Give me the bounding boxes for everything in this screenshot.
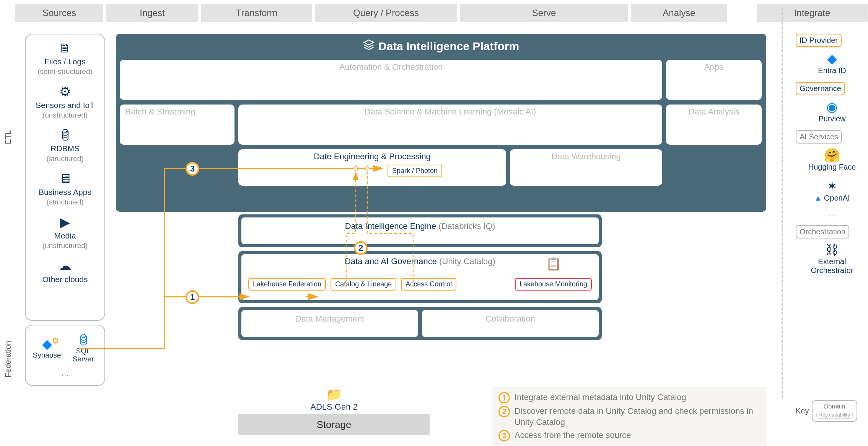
fed-sqlserver: 🛢 SQL Server — [67, 333, 100, 363]
legend-text-2: Discover remote data in Unity Catalog an… — [515, 406, 760, 428]
entra-label: Entra ID — [818, 66, 846, 75]
hf-label: Hugging Face — [808, 163, 856, 171]
fed-more: … — [58, 369, 72, 377]
huggingface-icon: 🤗 — [796, 147, 868, 163]
source-files-title: Files / Logs — [44, 57, 85, 66]
integ-hf: 🤗 Hugging Face — [796, 147, 868, 172]
integ-purview: ◉ Purview — [796, 99, 868, 123]
source-rdbms-sub: (structured) — [46, 155, 83, 163]
box-data-analysis: Data Analysis — [666, 105, 762, 145]
monitor-icon: 🖥 — [28, 171, 103, 186]
legend-text-1: Integrate external metadata into Unity C… — [515, 392, 686, 403]
mgmt-flex: Data Management Collaboration — [241, 310, 599, 337]
header-serve: Serve — [460, 4, 628, 22]
source-apps-title: Business Apps — [39, 188, 91, 196]
vertical-divider — [782, 8, 783, 398]
engine-inner: Data Intelligence Engine (Databricks IQ) — [241, 217, 599, 244]
legend-num-1: 1 — [498, 392, 510, 404]
box-apps: Apps — [666, 60, 762, 100]
engine-row: Data Intelligence Engine (Databricks IQ) — [238, 214, 602, 247]
integrate-column: ID Provider ◆ Entra ID Governance ◉ Purv… — [796, 34, 868, 282]
diagram-root: Sources Ingest Transform Query / Process… — [4, 4, 868, 446]
play-icon: ▶ — [28, 214, 103, 230]
key-domain-text: Domain — [824, 403, 845, 410]
synapse-icon: ◆ — [31, 337, 64, 351]
engine-sub: (Databricks IQ) — [438, 221, 495, 231]
key-capability: Key capability — [816, 411, 852, 419]
chip-catalog-lineage: Catalog & Lineage — [331, 278, 396, 291]
ext-orch-label: External Orchestrator — [811, 257, 853, 274]
legend-text-3: Access from the remote source — [515, 430, 631, 441]
chip-id-provider: ID Provider — [796, 34, 842, 47]
key-label: Key — [796, 407, 809, 415]
mid-stack: Data Intelligence Engine (Databricks IQ)… — [238, 214, 602, 344]
source-rdbms: 🛢 RDBMS (structured) — [28, 127, 103, 163]
purview-icon: ◉ — [796, 99, 868, 114]
source-apps: 🖥 Business Apps (structured) — [28, 171, 103, 207]
box-data-warehousing: Data Warehousing — [510, 149, 662, 186]
platform-title: Data Intelligence Platform — [378, 40, 519, 53]
source-rdbms-title: RDBMS — [50, 144, 80, 153]
fed-sql-label: SQL Server — [73, 347, 94, 363]
platform-title-row: Data Intelligence Platform — [116, 34, 766, 59]
source-files: 🗎 Files / Logs (semi-structured) — [28, 40, 103, 76]
report-icon: 📋 — [546, 256, 561, 271]
source-clouds-title: Other clouds — [42, 275, 88, 284]
federation-box: ◆ Synapse 🛢 SQL Server … — [25, 325, 105, 386]
cloud-icon: ☁ — [28, 258, 103, 274]
gov-title-row: Data and AI Governance (Unity Catalog) — [241, 256, 599, 266]
source-media-title: Media — [54, 231, 76, 240]
key-box: Key Domain Key capability — [796, 400, 868, 422]
chip-governance: Governance — [796, 82, 845, 95]
flow-badge-3: 3 — [186, 162, 199, 176]
header-query: Query / Process — [315, 4, 457, 22]
box-collaboration: Collaboration — [422, 310, 599, 337]
orchestrator-icon: ⛓ — [796, 242, 868, 257]
gov-chips: Lakehouse Federation Catalog & Lineage A… — [248, 278, 456, 291]
de-title: Date Engineering & Processing — [314, 152, 431, 162]
rail-federation: Federation — [4, 341, 13, 377]
legend-num-2: 2 — [498, 406, 510, 417]
layers-icon — [363, 39, 375, 53]
source-clouds: ☁ Other clouds — [28, 258, 103, 284]
legend-2: 2 Discover remote data in Unity Catalog … — [498, 406, 760, 428]
header-analyse: Analyse — [631, 4, 727, 22]
gov-sub: (Unity Catalog) — [439, 256, 495, 266]
header-ingest: Ingest — [106, 4, 198, 22]
engine-title: Data Intelligence Engine — [345, 221, 436, 231]
legend-num-3: 3 — [498, 430, 510, 441]
legend-3: 3 Access from the remote source — [498, 430, 760, 441]
fed-synapse-label: Synapse — [33, 351, 61, 359]
chip-lakehouse-federation: Lakehouse Federation — [248, 278, 326, 291]
flow-badge-1: 1 — [186, 290, 199, 304]
source-apps-sub: (structured) — [46, 198, 83, 206]
key-domain: Domain Key capability — [812, 400, 857, 422]
purview-label: Purview — [818, 114, 845, 123]
legend-box: 1 Integrate external metadata into Unity… — [492, 387, 767, 446]
box-data-engineering: Date Engineering & Processing Spark / Ph… — [238, 149, 506, 186]
chip-ai-services: AI Services — [796, 130, 842, 144]
flow-badge-2: 2 — [354, 241, 368, 255]
governance-inner: Data and AI Governance (Unity Catalog) 📋… — [241, 254, 599, 300]
sqlserver-icon: 🛢 — [67, 333, 100, 347]
fed-synapse: ◆ Synapse — [31, 337, 64, 359]
box-automation: Automation & Orchestration — [120, 60, 662, 100]
integ-openai: ✶ ▲ OpenAI — [796, 178, 868, 203]
source-files-sub: (semi-structured) — [37, 67, 93, 75]
rail-etl: ETL — [4, 130, 13, 144]
svg-marker-0 — [364, 40, 373, 45]
sources-box: 🗎 Files / Logs (semi-structured) ⚙ Senso… — [25, 34, 105, 321]
adls-icon: 📁 — [238, 387, 430, 402]
chip-lakehouse-monitoring: Lakehouse Monitoring — [515, 278, 592, 291]
integ-more: … — [796, 209, 868, 218]
mgmt-row: Data Management Collaboration — [238, 307, 602, 340]
entra-icon: ◆ — [796, 51, 868, 66]
header-transform: Transform — [201, 4, 312, 22]
column-headers: Sources Ingest Transform Query / Process… — [15, 4, 868, 22]
gov-title: Data and AI Governance — [345, 256, 437, 266]
chip-spark-photon: Spark / Photon — [388, 165, 442, 177]
box-batch-streaming: Batch & Streaming — [120, 105, 235, 145]
openai-label: OpenAI — [824, 194, 850, 202]
database-icon: 🛢 — [28, 127, 103, 143]
storage-bar: Storage — [238, 414, 430, 435]
